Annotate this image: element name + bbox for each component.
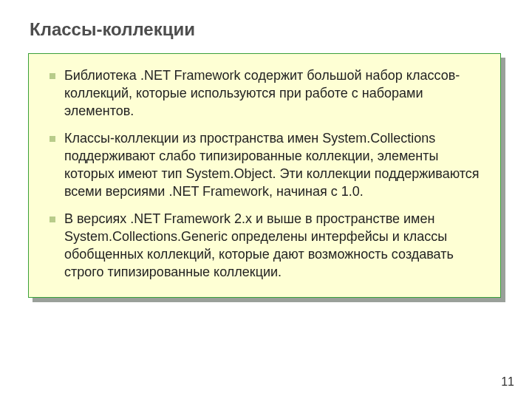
bullet-text: Классы-коллекции из пространства имен Sy… xyxy=(64,131,480,198)
page-number: 11 xyxy=(501,375,514,389)
list-item: Классы-коллекции из пространства имен Sy… xyxy=(50,130,484,200)
list-item: В версиях .NET Framework 2.x и выше в пр… xyxy=(50,211,484,281)
list-item: Библиотека .NET Framework содержит больш… xyxy=(50,67,484,120)
content-box: Библиотека .NET Framework содержит больш… xyxy=(28,53,501,298)
content-box-wrap: Библиотека .NET Framework содержит больш… xyxy=(28,53,501,298)
bullet-text: В версиях .NET Framework 2.x и выше в пр… xyxy=(64,211,454,279)
slide-title: Классы-коллекции xyxy=(30,19,505,40)
bullet-text: Библиотека .NET Framework содержит больш… xyxy=(64,68,460,118)
slide: Классы-коллекции Библиотека .NET Framewo… xyxy=(0,0,532,399)
bullet-list: Библиотека .NET Framework содержит больш… xyxy=(50,67,484,281)
